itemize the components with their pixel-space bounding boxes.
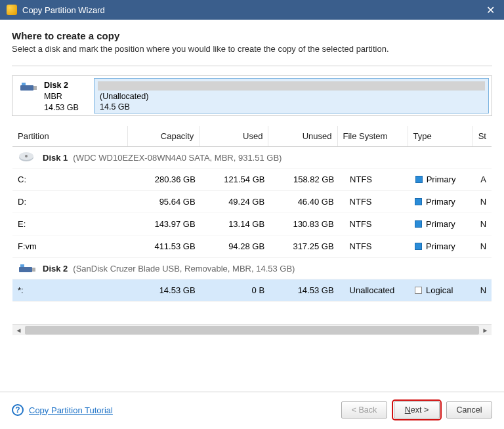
scroll-right-icon[interactable]: ► — [480, 326, 490, 335]
cell-unused: 14.53 GB — [270, 285, 339, 295]
cell-partition: *: — [12, 285, 129, 295]
target-disk-size: 14.53 GB — [44, 102, 79, 113]
cell-status: N — [475, 285, 492, 295]
scroll-thumb[interactable] — [25, 326, 479, 335]
horizontal-scrollbar[interactable]: ◄ ► — [12, 324, 492, 335]
table-row[interactable]: *:14.53 GB0 B14.53 GBUnallocatedLogicalN — [12, 279, 492, 302]
cell-used: 94.28 GB — [201, 241, 270, 251]
svg-rect-6 — [19, 267, 32, 272]
hdr-partition[interactable]: Partition — [12, 126, 128, 146]
cell-partition: D: — [12, 197, 129, 207]
hdr-used[interactable]: Used — [200, 126, 268, 146]
close-icon[interactable]: ✕ — [484, 4, 497, 16]
svg-rect-8 — [20, 264, 24, 267]
cell-partition: C: — [12, 174, 129, 184]
type-color-icon — [415, 198, 422, 205]
partition-table: Partition Capacity Used Unused File Syst… — [12, 125, 492, 336]
type-color-icon — [415, 176, 423, 183]
cell-status: N — [475, 241, 492, 251]
footer: ? Copy Partition Tutorial < Back Next > … — [0, 392, 504, 429]
cell-partition: E: — [12, 219, 129, 229]
svg-rect-2 — [22, 83, 26, 85]
type-color-icon — [415, 220, 422, 228]
cell-unused: 130.83 GB — [270, 219, 339, 229]
segment-size: 14.5 GB — [94, 102, 488, 113]
svg-rect-1 — [33, 86, 37, 90]
table-row[interactable]: C:280.36 GB121.54 GB158.82 GBNTFSPrimary… — [12, 169, 492, 191]
table-row[interactable]: E:143.97 GB13.14 GB130.83 GBNTFSPrimaryN — [12, 213, 492, 235]
table-row[interactable]: D:95.64 GB49.24 GB46.40 GBNTFSPrimaryN — [12, 191, 492, 213]
disk-desc: (WDC WD10EZEX-08WN4A0 SATA, MBR, 931.51 … — [73, 153, 282, 163]
divider — [12, 66, 492, 66]
target-disk-segment[interactable]: (Unallocated) 14.5 GB — [94, 78, 489, 113]
svg-point-5 — [25, 155, 28, 157]
table-row[interactable]: F:vm411.53 GB94.28 GB317.25 GBNTFSPrimar… — [12, 235, 492, 258]
cell-type: Logical — [410, 285, 475, 295]
titlebar: Copy Partition Wizard ✕ — [0, 0, 504, 20]
cell-type: Primary — [410, 174, 476, 184]
cell-unused: 158.82 GB — [270, 174, 339, 184]
table-header: Partition Capacity Used Unused File Syst… — [12, 126, 492, 147]
cell-status: N — [475, 219, 492, 229]
usb-disk-icon — [19, 80, 39, 93]
hdr-status[interactable]: St — [473, 126, 492, 146]
cell-capacity: 143.97 GB — [129, 219, 200, 229]
target-disk-scheme: MBR — [44, 91, 79, 102]
cell-unused: 46.40 GB — [270, 197, 339, 207]
segment-bar — [98, 81, 485, 91]
next-button[interactable]: Next > — [394, 401, 440, 419]
cell-unused: 317.25 GB — [270, 241, 339, 251]
page-title: Where to create a copy — [12, 30, 492, 41]
cell-filesystem: NTFS — [339, 197, 410, 207]
cancel-button[interactable]: Cancel — [446, 401, 492, 419]
app-icon — [7, 5, 17, 15]
usb-disk-icon — [18, 262, 37, 275]
type-color-icon — [415, 287, 422, 294]
cell-type: Primary — [410, 197, 475, 207]
tutorial-link[interactable]: Copy Partition Tutorial — [29, 405, 113, 415]
cell-type: Primary — [410, 219, 475, 229]
page-subtitle: Select a disk and mark the position wher… — [12, 44, 492, 54]
cell-capacity: 14.53 GB — [129, 285, 200, 295]
hdr-unused[interactable]: Unused — [268, 126, 337, 146]
scroll-left-icon[interactable]: ◄ — [14, 326, 24, 335]
disk-group-header[interactable]: Disk 2(SanDisk Cruzer Blade USB, Removab… — [12, 258, 492, 279]
target-disk-box[interactable]: Disk 2 MBR 14.53 GB (Unallocated) 14.5 G… — [12, 75, 492, 116]
hdr-capacity[interactable]: Capacity — [128, 126, 200, 146]
disk-desc: (SanDisk Cruzer Blade USB, Removable, MB… — [73, 264, 295, 274]
cell-status: A — [475, 174, 492, 184]
cell-capacity: 411.53 GB — [129, 241, 200, 251]
cell-partition: F:vm — [12, 241, 129, 251]
cell-used: 0 B — [201, 285, 270, 295]
segment-label: (Unallocated) — [94, 92, 488, 102]
target-disk-name: Disk 2 — [44, 80, 79, 91]
svg-rect-7 — [32, 268, 35, 272]
disk-group-header[interactable]: Disk 1(WDC WD10EZEX-08WN4A0 SATA, MBR, 9… — [12, 147, 492, 169]
cell-status: N — [475, 197, 492, 207]
type-color-icon — [415, 243, 422, 250]
cell-filesystem: NTFS — [339, 174, 410, 184]
cell-used: 49.24 GB — [201, 197, 270, 207]
cell-filesystem: NTFS — [339, 241, 410, 251]
help-icon[interactable]: ? — [12, 404, 24, 416]
cell-filesystem: NTFS — [339, 219, 410, 229]
cell-filesystem: Unallocated — [339, 285, 410, 295]
disk-name: Disk 2 — [43, 264, 68, 274]
cell-type: Primary — [410, 241, 475, 251]
hdd-disk-icon — [18, 151, 37, 164]
back-button[interactable]: < Back — [341, 401, 387, 419]
cell-used: 121.54 GB — [201, 174, 270, 184]
window-title: Copy Partition Wizard — [22, 5, 105, 15]
hdr-filesystem[interactable]: File System — [338, 126, 408, 146]
cell-capacity: 280.36 GB — [129, 174, 201, 184]
cell-used: 13.14 GB — [201, 219, 270, 229]
disk-name: Disk 1 — [43, 153, 68, 163]
cell-capacity: 95.64 GB — [129, 197, 200, 207]
svg-rect-0 — [20, 85, 33, 91]
hdr-type[interactable]: Type — [408, 126, 473, 146]
